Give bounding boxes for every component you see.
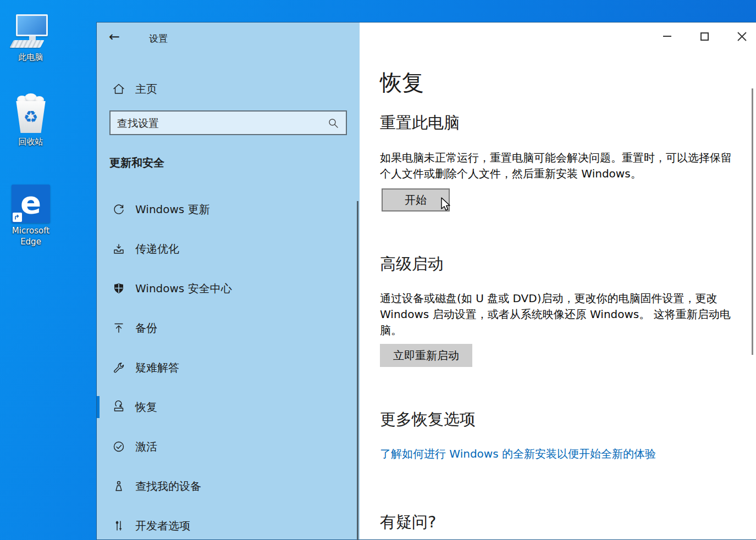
desktop-icon-label: 此电脑 [4,52,57,63]
sidebar-item-windows-update[interactable]: Windows 更新 [97,198,360,220]
desktop-icon-label: 回收站 [4,136,57,147]
reset-start-button[interactable]: 开始 [382,188,450,211]
question-heading: 有疑问? [380,511,436,533]
reset-description: 如果电脑未正常运行，重置电脑可能会解决问题。重置时，可以选择保留个人文件或删除个… [380,150,736,182]
sidebar-item-label: 恢复 [135,400,157,415]
sidebar-item-home[interactable]: 主页 [97,77,360,101]
window-title: 设置 [149,32,168,45]
desktop-icon-recycle-bin[interactable]: ♻ 回收站 [4,94,57,147]
more-options-heading: 更多恢复选项 [380,409,476,431]
sidebar-item-troubleshoot[interactable]: 疑难解答 [97,357,360,378]
sync-icon [112,203,125,216]
shortcut-arrow-icon [13,213,22,222]
edge-icon: e [12,185,50,223]
selected-indicator [97,396,100,418]
sidebar-item-windows-security[interactable]: Windows 安全中心 [97,277,360,299]
restart-now-button[interactable]: 立即重新启动 [380,344,472,367]
developer-tools-icon [112,519,125,532]
minimize-icon [663,36,671,37]
activation-check-icon [112,440,125,453]
settings-search-box [109,110,347,135]
wrench-icon [112,361,125,374]
sidebar-item-label: 查找我的设备 [135,479,201,494]
desktop-icon-microsoft-edge[interactable]: e Microsoft Edge [4,185,57,248]
page-title: 恢复 [380,68,424,98]
recycle-symbol-icon: ♻ [24,109,38,125]
main-scrollbar[interactable] [752,88,753,355]
close-button[interactable] [729,23,754,50]
sidebar-item-label: 疑难解答 [135,360,179,375]
sidebar-item-label: 备份 [135,321,157,336]
recovery-icon [112,400,125,414]
maximize-icon [700,32,709,41]
sidebar-item-delivery-optimization[interactable]: 传递优化 [97,238,360,260]
settings-sidebar: ← 设置 主页 更新和安全 Windows 更新 [97,23,360,539]
back-button[interactable]: ← [109,29,120,44]
recycle-bin-icon: ♻ [12,94,50,134]
sidebar-item-label: 激活 [135,439,157,454]
settings-main-pane: 恢复 重置此电脑 如果电脑未正常运行，重置电脑可能会解决问题。重置时，可以选择保… [360,23,756,539]
find-device-icon [112,480,125,493]
home-icon [112,82,125,96]
close-icon [737,32,747,41]
advanced-startup-description: 通过设备或磁盘(如 U 盘或 DVD)启动，更改你的电脑固件设置，更改 Wind… [380,291,738,338]
desktop-icon-this-pc[interactable]: 此电脑 [4,14,57,63]
this-pc-icon [12,14,50,49]
sidebar-item-developer-options[interactable]: 开发者选项 [97,515,360,537]
sidebar-item-label: 开发者选项 [135,519,190,533]
shield-icon [112,282,125,295]
sidebar-item-recovery[interactable]: 恢复 [97,396,360,418]
sidebar-item-label: Windows 安全中心 [135,281,232,296]
sidebar-section-title: 更新和安全 [109,155,164,170]
sidebar-item-find-my-device[interactable]: 查找我的设备 [97,475,360,497]
desktop-icon-label: Microsoft Edge [4,225,57,248]
backup-icon [112,321,125,335]
maximize-button[interactable] [692,23,717,50]
sidebar-item-activation[interactable]: 激活 [97,436,360,458]
sidebar-item-backup[interactable]: 备份 [97,317,360,339]
search-icon[interactable] [327,117,339,129]
advanced-startup-heading: 高级启动 [380,253,444,275]
sidebar-nav: Windows 更新 传递优化 Windows 安全中心 [97,198,360,540]
settings-window: ← 设置 主页 更新和安全 Windows 更新 [96,22,756,540]
minimize-button[interactable] [654,23,680,50]
sidebar-item-label: 主页 [135,82,157,97]
search-input[interactable] [111,117,327,129]
sidebar-item-label: 传递优化 [135,242,179,257]
sidebar-item-label: Windows 更新 [135,202,210,217]
delivery-optimization-icon [112,242,125,255]
reset-heading: 重置此电脑 [380,112,460,134]
sidebar-scrollbar[interactable] [357,201,358,540]
clean-install-link[interactable]: 了解如何进行 Windows 的全新安装以便开始全新的体验 [380,447,656,461]
